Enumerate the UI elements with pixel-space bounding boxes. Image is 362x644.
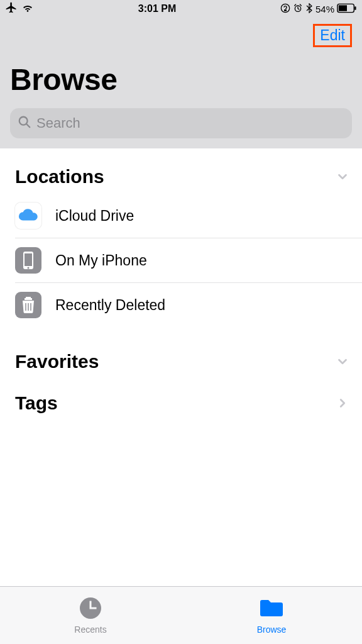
icloud-icon [15, 203, 41, 229]
folder-icon [258, 597, 285, 622]
airplane-icon [5, 1, 18, 16]
svg-rect-8 [25, 253, 32, 266]
battery-icon [337, 3, 357, 15]
tab-bar: Recents Browse [0, 586, 362, 644]
tab-label: Recents [74, 625, 106, 635]
search-icon [18, 115, 31, 131]
alarm-icon [293, 3, 303, 15]
list-item-label: On My iPhone [55, 252, 147, 269]
header: Edit Browse [0, 18, 362, 148]
location-item-recently-deleted[interactable]: Recently Deleted [15, 283, 362, 327]
edit-button[interactable]: Edit [313, 24, 352, 47]
svg-line-6 [26, 124, 30, 127]
section-title: Locations [15, 166, 104, 187]
trash-icon [15, 292, 41, 318]
battery-percentage: 54% [315, 4, 334, 14]
tab-label: Browse [257, 625, 287, 635]
location-item-icloud[interactable]: iCloud Drive [15, 194, 362, 238]
svg-rect-3 [339, 5, 347, 11]
tab-recents[interactable]: Recents [0, 587, 181, 644]
section-header-favorites[interactable]: Favorites [0, 346, 362, 379]
section-title: Tags [15, 392, 58, 414]
chevron-down-icon [336, 355, 349, 369]
svg-point-9 [28, 267, 30, 269]
search-input[interactable] [36, 115, 344, 131]
status-time: 3:01 PM [138, 3, 176, 14]
phone-icon [15, 247, 41, 274]
list-item-label: Recently Deleted [55, 297, 165, 314]
chevron-down-icon [336, 170, 349, 184]
svg-rect-4 [354, 6, 356, 10]
clock-icon [79, 597, 102, 622]
wifi-icon [21, 3, 34, 15]
section-header-tags[interactable]: Tags [0, 387, 362, 420]
orientation-lock-icon [280, 3, 290, 15]
section-header-locations[interactable]: Locations [0, 161, 362, 194]
chevron-right-icon [336, 396, 349, 410]
list-item-label: iCloud Drive [55, 208, 134, 225]
locations-list: iCloud Drive On My iPhone Recently Delet… [0, 194, 362, 327]
status-bar: 3:01 PM 54% [0, 0, 362, 18]
tab-browse[interactable]: Browse [181, 587, 362, 644]
section-title: Favorites [15, 351, 99, 372]
page-title: Browse [10, 62, 352, 97]
location-item-iphone[interactable]: On My iPhone [15, 238, 362, 283]
bluetooth-icon [305, 3, 313, 15]
search-field[interactable] [10, 108, 352, 138]
